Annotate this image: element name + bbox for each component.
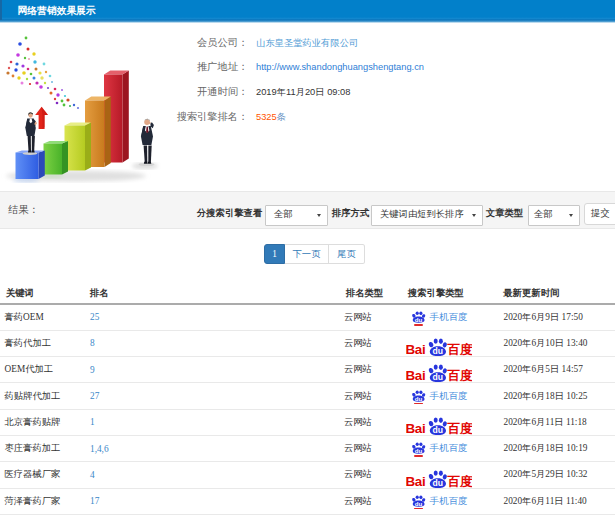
svg-text:Bai: Bai	[406, 369, 425, 383]
svg-text:du: du	[433, 425, 444, 435]
svg-text:du: du	[414, 501, 422, 507]
svg-text:Bai: Bai	[406, 342, 425, 356]
svg-text:百度: 百度	[447, 421, 473, 435]
svg-text:du: du	[433, 373, 444, 383]
svg-text:百度: 百度	[447, 369, 473, 383]
svg-text:du: du	[433, 346, 444, 356]
svg-text:du: du	[433, 478, 444, 488]
svg-text:du: du	[414, 317, 422, 323]
svg-text:Bai: Bai	[406, 474, 425, 488]
svg-text:百度: 百度	[447, 342, 473, 356]
svg-text:百度: 百度	[447, 474, 473, 488]
svg-text:du: du	[414, 396, 422, 402]
svg-text:du: du	[414, 449, 422, 455]
svg-text:Bai: Bai	[406, 421, 425, 435]
